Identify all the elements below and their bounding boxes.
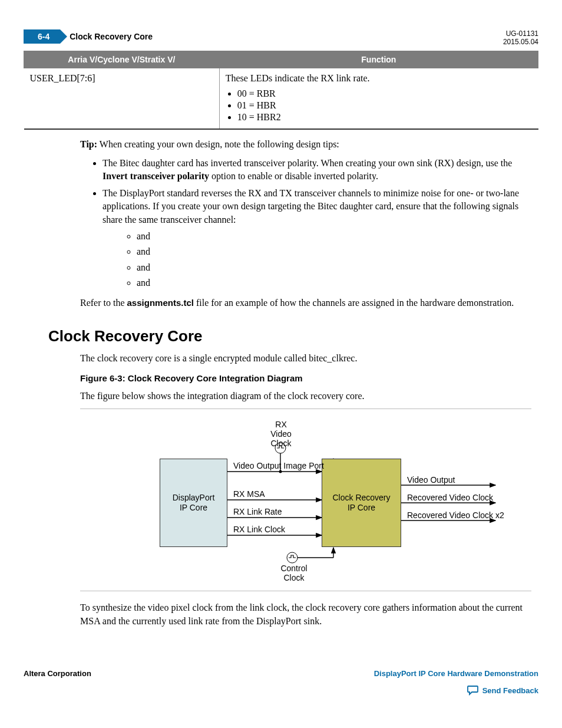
diagram-label-video-output-image-port: Video Output Image Port: [233, 461, 324, 470]
diagram-label-rx-msa: RX MSA: [233, 489, 265, 499]
header-title: Clock Recovery Core: [70, 32, 153, 41]
section-intro: The clock recovery core is a single encr…: [80, 351, 531, 365]
list-item: 00 = RBR: [237, 88, 533, 99]
diagram-label-recovered-video-clock-x2: Recovered Video Clock x2: [407, 510, 504, 520]
closing-paragraph: To synthesize the video pixel clock from…: [80, 601, 531, 628]
diagram-box-clock-recovery: Clock Recovery IP Core: [322, 459, 401, 547]
diagram-label-rx-link-rate: RX Link Rate: [233, 507, 282, 516]
list-item: and: [137, 245, 531, 258]
table-head-col1: Arria V/Cyclone V/Stratix V/: [24, 51, 220, 68]
table-head-col2: Function: [219, 51, 538, 68]
refer-paragraph: Refer to the assignments.tcl file for an…: [80, 296, 531, 309]
table-cell-signal: USER_LED[7:6]: [24, 68, 220, 130]
figure-caption: Figure 6-3: Clock Recovery Core Integrat…: [80, 373, 531, 383]
list-item: and: [137, 230, 531, 243]
diagram-box-displayport: DisplayPort IP Core: [160, 459, 227, 547]
figure-intro: The figure below shows the integration d…: [80, 389, 531, 403]
list-item: and: [137, 276, 531, 289]
tip-label: Tip:: [80, 139, 97, 149]
feedback-icon[interactable]: [467, 685, 479, 696]
design-tips-list: The Bitec daughter card has inverted tra…: [92, 157, 531, 290]
page-number-tab: 6-4: [24, 29, 60, 44]
doc-date: 2015.05.04: [503, 38, 538, 46]
page-footer: Altera Corporation DisplayPort IP Core H…: [24, 669, 538, 696]
led-table: Arria V/Cyclone V/Stratix V/ Function US…: [24, 51, 538, 130]
list-item: 10 = HBR2: [237, 112, 533, 123]
diagram-label-rx-link-clock: RX Link Clock: [233, 525, 285, 534]
tip-block: Tip: When creating your own design, note…: [80, 139, 531, 150]
diagram-label-recovered-video-clock: Recovered Video Clock: [407, 493, 493, 502]
diagram-label-control-clock: Control Clock: [279, 564, 309, 582]
table-cell-function: These LEDs indicate the RX link rate. 00…: [219, 68, 538, 130]
table-row: USER_LED[7:6] These LEDs indicate the RX…: [24, 68, 538, 130]
footer-doc-link[interactable]: DisplayPort IP Core Hardware Demonstrati…: [374, 669, 538, 678]
list-item: 01 = HBR: [237, 100, 533, 111]
list-item: The DisplayPort standard reverses the RX…: [103, 187, 531, 290]
page-header: 6-4 Clock Recovery Core UG-01131 2015.05…: [24, 29, 538, 46]
doc-id: UG-01131: [503, 29, 538, 38]
table-cell-intro: These LEDs indicate the RX link rate.: [226, 73, 370, 83]
diagram-container: DisplayPort IP Core Clock Recovery IP Co…: [80, 409, 531, 591]
svg-point-10: [287, 552, 297, 563]
section-heading: Clock Recovery Core: [48, 327, 538, 345]
tip-text: When creating your own design, note the …: [100, 139, 339, 149]
diagram-label-video-output: Video Output: [407, 475, 455, 485]
send-feedback-link[interactable]: Send Feedback: [482, 686, 538, 695]
footer-company: Altera Corporation: [24, 669, 91, 678]
list-item: and: [137, 261, 531, 274]
diagram-label-rx-video-clock: RX Video Clock: [266, 420, 296, 448]
list-item: The Bitec daughter card has inverted tra…: [103, 157, 531, 183]
